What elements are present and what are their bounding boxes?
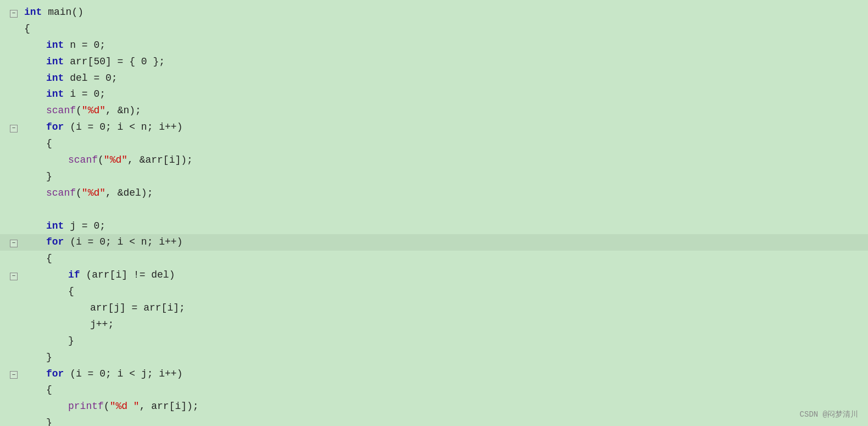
code-content: {	[22, 136, 52, 152]
str-token: "%d"	[82, 187, 105, 198]
code-content: {	[22, 284, 74, 300]
normal-token: (	[76, 105, 82, 116]
code-content: printf("%d ", arr[i]);	[22, 399, 199, 414]
normal-token: , arr[i]);	[140, 401, 199, 412]
line-gutter: −	[5, 10, 22, 18]
kw-token: int	[46, 220, 64, 231]
code-line: int n = 0;	[0, 37, 868, 54]
normal-token: j = 0;	[64, 220, 105, 231]
normal-token: j++;	[90, 319, 114, 330]
code-line: int i = 0;	[0, 86, 868, 103]
code-content: scanf("%d", &n);	[22, 103, 141, 119]
code-line: }	[0, 333, 868, 350]
kw-token: int	[46, 56, 64, 67]
code-content: int n = 0;	[22, 38, 105, 53]
fn-token: printf	[68, 401, 104, 412]
line-gutter: −	[5, 125, 22, 132]
fn-token: scanf	[46, 105, 76, 116]
code-content: }	[22, 416, 52, 426]
fn-token: scanf	[68, 154, 98, 165]
kw-token: for	[46, 368, 64, 379]
normal-token: arr[j] = arr[i];	[90, 302, 185, 313]
code-line: −for (i = 0; i < n; i++)	[0, 119, 868, 136]
normal-token: arr[50] = { 0 };	[64, 56, 165, 67]
watermark: CSDN @闷梦清川	[800, 410, 858, 419]
normal-token: main()	[42, 7, 84, 18]
code-content: int del = 0;	[22, 71, 118, 86]
normal-token: , &del);	[105, 187, 153, 198]
normal-token: (	[104, 401, 110, 412]
normal-token: (i = 0; i < j; i++)	[64, 368, 182, 379]
code-editor: −int main(){int n = 0;int arr[50] = { 0 …	[0, 0, 868, 426]
code-line: int del = 0;	[0, 70, 868, 87]
line-gutter: −	[5, 371, 22, 379]
normal-token: (	[76, 187, 82, 198]
normal-token: n = 0;	[64, 40, 105, 51]
code-content: int main()	[22, 5, 84, 20]
normal-token: i = 0;	[64, 88, 105, 99]
code-content: }	[22, 350, 52, 366]
kw-token: int	[46, 40, 64, 51]
code-content: int arr[50] = { 0 };	[22, 54, 165, 70]
code-content: {	[22, 251, 52, 267]
kw-token: for	[46, 121, 64, 132]
code-line: {	[0, 136, 868, 152]
code-content: }	[22, 169, 52, 185]
code-line: scanf("%d", &arr[i]);	[0, 152, 868, 169]
collapse-icon[interactable]: −	[10, 371, 18, 379]
code-line: printf("%d ", arr[i]);	[0, 399, 868, 415]
normal-token: {	[24, 23, 30, 34]
code-content	[22, 202, 24, 218]
code-line: {	[0, 284, 868, 300]
line-gutter: −	[5, 240, 22, 247]
collapse-icon[interactable]: −	[10, 10, 18, 18]
kw-token: int	[24, 7, 42, 18]
normal-token: del = 0;	[64, 73, 117, 84]
code-line: scanf("%d", &n);	[0, 103, 868, 119]
code-line: −for (i = 0; i < n; i++)	[0, 234, 868, 251]
normal-token: {	[46, 384, 52, 395]
normal-token: }	[46, 352, 52, 363]
code-content: {	[22, 383, 52, 398]
collapse-icon[interactable]: −	[10, 273, 18, 280]
normal-token: , &arr[i]);	[127, 154, 193, 165]
normal-token: }	[46, 417, 52, 426]
code-line: int arr[50] = { 0 };	[0, 54, 868, 70]
code-content: for (i = 0; i < j; i++)	[22, 367, 182, 382]
normal-token: (arr[i] != del)	[80, 269, 175, 280]
str-token: "%d"	[104, 154, 127, 165]
normal-token: {	[46, 253, 52, 264]
code-line: j++;	[0, 317, 868, 333]
code-line: {	[0, 251, 868, 267]
code-line: −if (arr[i] != del)	[0, 267, 868, 284]
code-line: arr[j] = arr[i];	[0, 300, 868, 317]
code-content: scanf("%d", &del);	[22, 186, 153, 201]
code-line: −int main()	[0, 4, 868, 21]
normal-token: {	[46, 138, 52, 149]
fn-token: scanf	[46, 187, 76, 198]
kw-token: int	[46, 88, 64, 99]
code-line: {	[0, 21, 868, 37]
kw-token: if	[68, 269, 80, 280]
normal-token: (	[98, 154, 104, 165]
normal-token: (i = 0; i < n; i++)	[64, 121, 182, 132]
code-line: }	[0, 169, 868, 185]
code-content: int i = 0;	[22, 87, 105, 102]
code-line	[0, 202, 868, 218]
code-line: −for (i = 0; i < j; i++)	[0, 366, 868, 383]
code-content: scanf("%d", &arr[i]);	[22, 153, 193, 168]
kw-token: for	[46, 236, 64, 247]
code-content: arr[j] = arr[i];	[22, 301, 185, 316]
kw-token: int	[46, 73, 64, 84]
normal-token: {	[68, 286, 74, 297]
collapse-icon[interactable]: −	[10, 240, 18, 247]
normal-token: }	[68, 335, 74, 346]
str-token: "%d"	[82, 105, 105, 116]
normal-token: }	[46, 171, 52, 182]
code-line: }	[0, 350, 868, 366]
code-content: for (i = 0; i < n; i++)	[22, 120, 182, 135]
code-line: {	[0, 382, 868, 399]
normal-token: , &n);	[105, 105, 141, 116]
collapse-icon[interactable]: −	[10, 125, 18, 132]
code-content: {	[22, 21, 30, 37]
